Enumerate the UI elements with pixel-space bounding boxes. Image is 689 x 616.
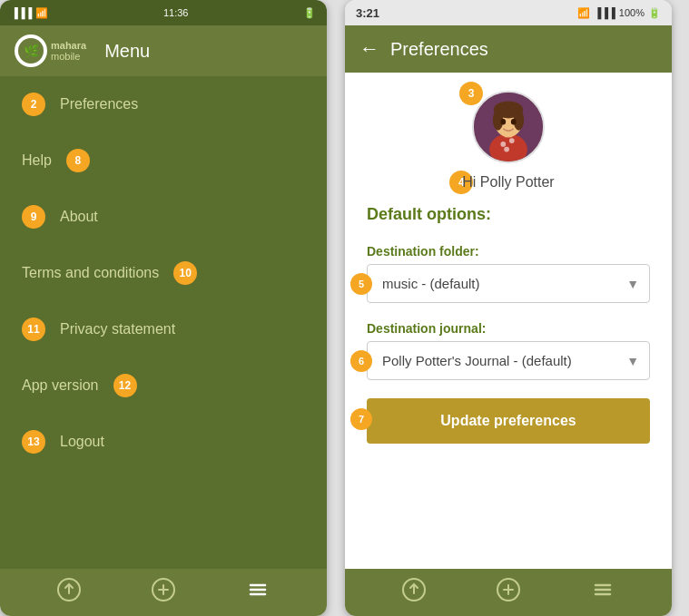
- menu-header: 🌿 mahara mobile Menu: [0, 25, 327, 76]
- bottom-nav-right: [345, 569, 672, 616]
- add-icon[interactable]: [151, 577, 176, 608]
- badge-2: 2: [22, 93, 45, 116]
- pref-header: ← Preferences: [345, 25, 672, 73]
- svg-point-8: [504, 147, 509, 152]
- menu-item-privacy[interactable]: 11 Privacy statement: [0, 301, 327, 357]
- app-logo: 🌿: [15, 34, 47, 67]
- destination-folder-label: Destination folder:: [367, 244, 479, 259]
- battery-percent-right: 100%: [619, 7, 645, 18]
- avatar-container: 3: [472, 91, 545, 163]
- signal-icon-right: ▐▐▐: [594, 7, 615, 18]
- default-options-title: Default options:: [367, 205, 491, 224]
- badge-7: 7: [350, 408, 372, 430]
- badge-10: 10: [173, 261, 197, 285]
- badge-6: 6: [350, 350, 372, 372]
- badge-11: 11: [22, 318, 45, 341]
- menu-item-logout[interactable]: 13 Logout: [0, 414, 327, 470]
- hamburger-menu-icon[interactable]: [245, 577, 271, 608]
- status-icons-right: 📶 ▐▐▐ 100% 🔋: [577, 7, 661, 19]
- logo-container: 🌿 mahara mobile: [15, 34, 86, 67]
- menu-item-terms[interactable]: Terms and conditions 10: [0, 245, 327, 301]
- battery-icon: 🔋: [303, 7, 316, 19]
- status-bar-left: ▐▐▐ 📶 11:36 🔋: [0, 0, 327, 25]
- signal-icons: ▐▐▐ 📶: [11, 7, 48, 19]
- pref-body: 3: [345, 73, 672, 569]
- destination-folder-select[interactable]: music - (default): [367, 264, 650, 303]
- battery-icon-right: 🔋: [648, 7, 661, 19]
- help-label: Help: [22, 152, 52, 169]
- svg-point-7: [509, 138, 515, 143]
- brand-line1: mahara: [51, 40, 86, 51]
- menu-item-about[interactable]: 9 About: [0, 189, 327, 245]
- badge-8: 8: [66, 149, 90, 172]
- hamburger-menu-icon-right[interactable]: [590, 577, 615, 608]
- upload-icon-right[interactable]: [401, 577, 427, 608]
- greeting-text: Hi Polly Potter: [462, 174, 554, 190]
- update-btn-wrapper: 7 Update preferences: [367, 395, 650, 444]
- about-label: About: [60, 209, 98, 225]
- upload-icon[interactable]: [56, 577, 82, 608]
- destination-folder-container: 5 music - (default) ▼: [367, 264, 650, 303]
- destination-journal-select[interactable]: Polly Potter's Journal - (default): [367, 341, 650, 380]
- menu-item-appversion[interactable]: App version 12: [0, 357, 327, 414]
- wifi-icon: 📶: [35, 7, 48, 19]
- badge-9: 9: [22, 205, 45, 229]
- brand-line2: mobile: [51, 51, 86, 62]
- svg-text:🌿: 🌿: [24, 44, 40, 59]
- left-phone: ▐▐▐ 📶 11:36 🔋 🌿 mahara mobile Menu 2 Pr: [0, 0, 327, 616]
- menu-item-help[interactable]: Help 8: [0, 132, 327, 189]
- svg-point-15: [511, 119, 517, 125]
- logout-label: Logout: [60, 434, 104, 450]
- bottom-nav-left: [0, 569, 327, 616]
- svg-point-14: [500, 119, 506, 125]
- right-phone: 3:21 📶 ▐▐▐ 100% 🔋 ← Preferences 3: [345, 0, 672, 616]
- menu-title: Menu: [104, 41, 150, 62]
- badge-13: 13: [22, 430, 45, 454]
- appversion-label: App version: [22, 377, 99, 394]
- menu-body: 2 Preferences Help 8 9 About Terms and c…: [0, 76, 327, 569]
- pref-title: Preferences: [390, 39, 488, 60]
- badge-5: 5: [350, 273, 372, 295]
- preferences-label: Preferences: [60, 96, 138, 112]
- menu-item-preferences[interactable]: 2 Preferences: [0, 76, 327, 132]
- add-icon-right[interactable]: [496, 577, 521, 608]
- destination-journal-label: Destination journal:: [367, 321, 486, 336]
- wifi-icon-right: 📶: [577, 7, 590, 19]
- update-preferences-button[interactable]: Update preferences: [367, 398, 650, 444]
- terms-label: Terms and conditions: [22, 265, 159, 281]
- time-display: 11:36: [163, 7, 189, 18]
- status-bar-right: 3:21 📶 ▐▐▐ 100% 🔋: [345, 0, 672, 25]
- back-button[interactable]: ←: [359, 37, 379, 61]
- time-display-right: 3:21: [356, 6, 379, 20]
- svg-point-6: [500, 142, 506, 147]
- cell-signal-icon: ▐▐▐: [11, 7, 32, 18]
- destination-journal-container: 6 Polly Potter's Journal - (default) ▼: [367, 341, 650, 380]
- greeting-container: 4 Hi Polly Potter: [462, 174, 554, 191]
- avatar: [472, 91, 545, 163]
- badge-12: 12: [113, 374, 137, 397]
- privacy-label: Privacy statement: [60, 321, 175, 337]
- badge-3: 3: [459, 82, 483, 105]
